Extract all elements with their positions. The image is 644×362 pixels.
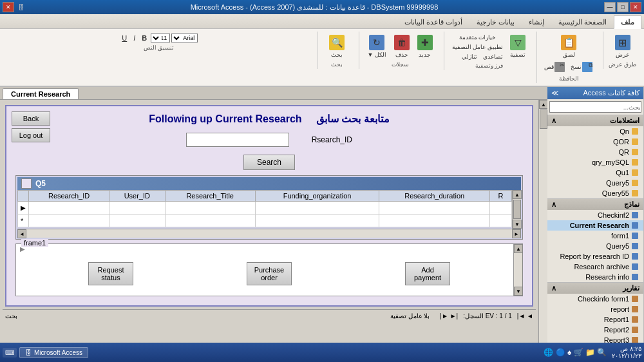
underline-btn[interactable]: U: [119, 33, 129, 43]
time-display: ٨:٢٥ ص: [620, 345, 641, 352]
group-label-records: سجلات: [392, 61, 409, 68]
scroll-up-btn[interactable]: ▲: [513, 190, 522, 199]
bold-btn[interactable]: B: [139, 33, 149, 43]
reports-chevron: ∧: [551, 284, 556, 292]
nav-panel-arrow[interactable]: ≫: [551, 89, 559, 97]
nav-item-label-query55: Query55: [602, 189, 629, 197]
window-title: Microsoft Access - (Access 2007) قاعدة ب…: [24, 3, 604, 12]
main-area: Current Research Back Log out متابعة بحث…: [0, 87, 644, 362]
nav-item-label-qor: QOR: [613, 138, 629, 146]
nav-item-label-current: Current Research: [570, 222, 629, 229]
desc-btn[interactable]: تنازلي: [459, 52, 480, 61]
nav-item-report[interactable]: report: [547, 304, 643, 314]
nav-item-qor[interactable]: QOR: [547, 137, 643, 147]
frame-buttons-row: Requeststatus Purchaseorder Addpayment: [26, 257, 512, 291]
close-btn[interactable]: ✕: [630, 2, 641, 12]
font-select[interactable]: Arial: [171, 33, 198, 43]
tab-external[interactable]: بيانات خارجية: [469, 15, 522, 28]
tab-file[interactable]: ملف: [614, 15, 641, 29]
tab-tools[interactable]: أدوات قاعدة البيانات: [397, 15, 469, 28]
nav-item-qr[interactable]: QR: [547, 147, 643, 157]
form-scroll-content: Back Log out متابعة بحث سابق Following u…: [0, 100, 538, 362]
advanced-options-btn[interactable]: خيارات متقدمة: [450, 33, 506, 42]
search-ribbon-btn[interactable]: 🔍 بحث: [326, 33, 348, 60]
nav-item-qn[interactable]: Qn: [547, 126, 643, 137]
report-icon-report2: [632, 327, 638, 333]
cell-research-title: [165, 202, 255, 214]
search-btn-row: Search: [13, 152, 526, 170]
tab-home[interactable]: الصفحة الرئيسية: [551, 15, 614, 28]
nav-item-qu1[interactable]: Qu1: [547, 167, 643, 178]
nav-item-form1[interactable]: form1: [547, 231, 643, 241]
add-payment-button[interactable]: Addpayment: [405, 262, 450, 285]
asc-btn[interactable]: تصاعدي: [480, 52, 506, 61]
new-record-btn[interactable]: ✚ جديد: [414, 33, 436, 60]
copy-btn[interactable]: ⧉ نسخ: [569, 60, 595, 74]
nav-item-report2[interactable]: Report2: [547, 325, 643, 335]
purchase-order-button[interactable]: Purchaseorder: [247, 262, 292, 285]
apply-filter-btn[interactable]: تطبيق عامل التصفية: [450, 43, 506, 52]
tab-create[interactable]: إنشاء: [522, 15, 551, 28]
system-menu[interactable]: ✕: [3, 2, 14, 12]
record-info: EV : 1 / 1 السجل:: [463, 312, 512, 319]
current-research-tab[interactable]: Current Research: [3, 88, 79, 99]
nav-item-label-info: Research info: [585, 273, 629, 281]
cut-btn[interactable]: ✂ قص: [542, 60, 567, 74]
nav-item-label-checkinfo-form1: Checkinfo form1: [578, 295, 629, 303]
delete-btn[interactable]: 🗑 حذف: [391, 33, 413, 60]
subform-hscrollbar: ◄ ►: [17, 229, 521, 238]
nav-item-query5[interactable]: Query5: [547, 178, 643, 188]
research-id-row: Rsearch_ID: [13, 133, 526, 147]
request-status-button[interactable]: Requeststatus: [88, 262, 133, 285]
q5-subform: Q5 Research_ID User_ID: [15, 175, 523, 240]
h-scroll-left[interactable]: ◄: [17, 229, 26, 238]
nav-item-checkinfo-form1[interactable]: Checkinfo form1: [547, 294, 643, 304]
taskbar-access-app[interactable]: 🗄 Microsoft Access: [19, 347, 88, 358]
logout-button[interactable]: Log out: [12, 128, 50, 142]
maximize-btn[interactable]: □: [617, 2, 629, 12]
nav-item-research-info[interactable]: Research info: [547, 272, 643, 282]
scroll-down-btn[interactable]: ▼: [513, 220, 522, 229]
form-icon-form1: [632, 233, 638, 239]
form-title-english: Following up Current Research: [149, 113, 301, 124]
queries-label: استعلامات: [610, 117, 639, 125]
record-mode: بحث: [5, 312, 17, 319]
nav-item-label-checkinf2: Checkinf2: [598, 211, 629, 219]
frame-arrow: ▶: [20, 245, 25, 252]
nav-section-forms-header[interactable]: نماذج ∧: [547, 199, 643, 210]
minimize-btn[interactable]: —: [604, 2, 616, 12]
nav-search-input[interactable]: [549, 101, 641, 113]
italic-btn[interactable]: I: [131, 33, 138, 43]
search-button[interactable]: Search: [243, 155, 295, 170]
research-id-input[interactable]: [186, 133, 289, 147]
nav-item-query5-form[interactable]: Query5: [547, 241, 643, 251]
size-select[interactable]: 11: [151, 33, 170, 43]
nav-item-checkinf2[interactable]: Checkinf2: [547, 210, 643, 220]
subform-icon: [21, 178, 32, 189]
paste-btn[interactable]: 📋 لصق: [558, 33, 580, 60]
back-button[interactable]: Back: [12, 111, 50, 126]
frame-scroll-down[interactable]: ▼: [514, 287, 523, 296]
filter-btn[interactable]: ▽ تصفية: [507, 33, 529, 61]
subform-title: Q5: [35, 179, 46, 188]
nav-item-research-archive[interactable]: Research archive: [547, 262, 643, 272]
h-scroll-right[interactable]: ►: [512, 229, 521, 238]
nav-section-queries-header[interactable]: استعلامات ∧: [547, 115, 643, 126]
frame-vscroll: ▲ ▼: [513, 244, 522, 296]
scroll-track: [513, 199, 521, 220]
query-icon-query55: [632, 190, 638, 196]
nav-item-qrymysql[interactable]: qry_mySQL: [547, 157, 643, 167]
nav-item-query55[interactable]: Query55: [547, 188, 643, 198]
nav-item-current-research[interactable]: Current Research: [547, 220, 643, 231]
nav-panel-header: كافة كائنات Access ≫: [547, 87, 643, 99]
refresh-btn[interactable]: ↻ الكل ▼: [365, 33, 390, 60]
main-scroll-up[interactable]: ▲: [539, 100, 547, 109]
frame-scroll-up[interactable]: ▲: [514, 244, 523, 253]
record-nav: ◄ ◄|: [517, 312, 533, 319]
main-scroll-thumb: [540, 110, 547, 129]
clock: ٨:٢٥ ص ٢٠١٢/١١/٢٣: [612, 345, 641, 359]
nav-item-report-by-research[interactable]: Report by research ID: [547, 251, 643, 262]
view-btn[interactable]: ⊞ عرض: [612, 33, 634, 60]
nav-item-report1[interactable]: Report1: [547, 314, 643, 325]
nav-section-reports-header[interactable]: تقارير ∧: [547, 283, 643, 294]
